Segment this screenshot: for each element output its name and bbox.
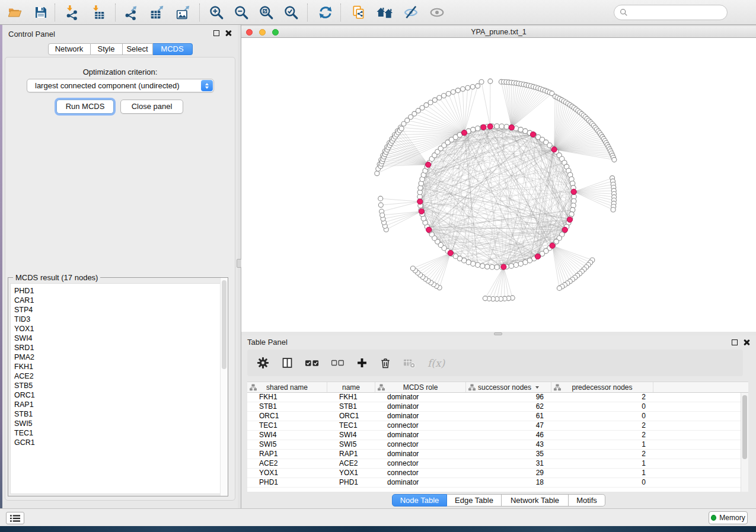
scrollbar-thumb[interactable] (222, 280, 227, 369)
mcds-hub-node[interactable] (571, 189, 576, 194)
float-panel-icon[interactable] (732, 339, 738, 345)
table-cell[interactable]: 35 (466, 450, 551, 459)
network-node[interactable] (380, 213, 385, 217)
table-cell[interactable]: dominator (375, 402, 466, 411)
table-cell[interactable]: 46 (466, 431, 551, 440)
network-node[interactable] (410, 266, 415, 271)
tab-motifs[interactable]: Motifs (569, 494, 605, 507)
table-cell[interactable]: dominator (375, 412, 466, 421)
mcds-result-item[interactable]: STP4 (11, 305, 225, 315)
table-cell[interactable]: 2 (551, 431, 653, 440)
column-header-shared-name[interactable]: shared name (247, 382, 327, 392)
network-node[interactable] (428, 100, 433, 105)
table-cell[interactable]: 2 (551, 450, 653, 459)
zoom-out-button[interactable] (229, 2, 254, 23)
network-node[interactable] (480, 264, 484, 268)
column-header-predecessor-nodes[interactable]: predecessor nodes (551, 382, 653, 392)
search-input[interactable] (631, 7, 727, 18)
network-node[interactable] (485, 264, 490, 269)
table-row[interactable]: YOX1YOX1connector291 (247, 469, 748, 478)
network-node[interactable] (461, 86, 465, 91)
import-network-button[interactable] (59, 2, 84, 23)
table-cell[interactable]: TEC1 (247, 421, 327, 430)
network-node[interactable] (479, 79, 484, 84)
table-cell[interactable]: 43 (466, 440, 551, 449)
float-panel-icon[interactable] (213, 30, 219, 36)
memory-button[interactable]: Memory (709, 511, 748, 524)
close-panel-button[interactable]: Close panel (120, 100, 183, 114)
mcds-hub-node[interactable] (535, 254, 540, 259)
mcds-hub-node[interactable] (567, 217, 572, 222)
table-row[interactable]: ACE2ACE2connector311 (247, 459, 748, 469)
table-cell[interactable]: 0 (551, 402, 653, 411)
network-node[interactable] (523, 259, 528, 264)
network-node[interactable] (471, 127, 476, 132)
tab-style[interactable]: Style (91, 43, 123, 55)
mcds-hub-node[interactable] (426, 227, 432, 232)
run-mcds-button[interactable]: Run MCDS (56, 100, 114, 114)
table-cell[interactable]: ORC1 (247, 412, 327, 421)
zoom-fit-button[interactable] (254, 2, 279, 23)
table-cell[interactable]: TEC1 (327, 421, 375, 430)
mcds-result-item[interactable]: SWI5 (11, 419, 225, 428)
network-node[interactable] (475, 126, 480, 131)
mcds-hub-node[interactable] (551, 147, 557, 152)
table-cell[interactable]: 2 (551, 393, 653, 402)
show-panels-button[interactable] (6, 512, 24, 524)
mcds-hub-node[interactable] (501, 264, 506, 270)
mcds-result-item[interactable]: TID3 (11, 315, 225, 324)
network-window-titlebar[interactable]: YPA_prune.txt_1 (241, 26, 756, 38)
mcds-hub-node[interactable] (487, 124, 493, 129)
show-all-button[interactable] (425, 2, 449, 23)
save-session-button[interactable] (28, 2, 53, 23)
network-node[interactable] (455, 88, 460, 93)
table-row[interactable]: RAP1RAP1dominator352 (247, 450, 748, 459)
deselect-all-button[interactable] (331, 358, 344, 367)
table-cell[interactable]: YOX1 (247, 469, 327, 477)
network-node[interactable] (611, 207, 615, 212)
table-cell[interactable]: dominator (375, 393, 466, 402)
network-node[interactable] (378, 203, 383, 207)
table-cell[interactable]: 1 (551, 469, 653, 477)
table-cell[interactable]: PHD1 (247, 478, 327, 487)
export-table-button[interactable] (145, 2, 170, 23)
mcds-hub-node[interactable] (562, 227, 567, 232)
duplicate-network-button[interactable] (346, 2, 371, 23)
network-node[interactable] (504, 124, 509, 129)
network-node[interactable] (471, 261, 476, 266)
table-cell[interactable]: SWI5 (327, 440, 375, 449)
network-node[interactable] (483, 296, 487, 301)
table-scrollbar[interactable] (741, 393, 748, 492)
mcds-result-item[interactable]: FKH1 (11, 362, 225, 371)
table-cell[interactable]: connector (375, 440, 466, 449)
scrollbar-thumb[interactable] (742, 395, 747, 459)
network-node[interactable] (488, 79, 493, 84)
column-header-name[interactable]: name (327, 382, 375, 392)
table-cell[interactable]: 47 (466, 421, 551, 430)
network-node[interactable] (424, 102, 429, 107)
network-node[interactable] (495, 124, 499, 129)
network-node[interactable] (432, 98, 437, 102)
network-node[interactable] (465, 85, 470, 90)
tab-network-table[interactable]: Network Table (502, 494, 569, 507)
network-node[interactable] (446, 91, 451, 96)
show-columns-button[interactable] (281, 357, 294, 369)
select-all-button[interactable] (305, 358, 320, 368)
table-cell[interactable]: SWI4 (247, 431, 327, 440)
table-cell[interactable]: 0 (551, 478, 653, 487)
table-cell[interactable]: 62 (466, 402, 551, 411)
network-node[interactable] (518, 127, 523, 132)
mcds-result-item[interactable]: PMA2 (11, 352, 225, 362)
table-row[interactable]: SWI5SWI5connector431 (247, 440, 748, 450)
mcds-hub-node[interactable] (417, 199, 423, 204)
table-row[interactable]: ORC1ORC1dominator610 (247, 412, 748, 421)
tab-mcds[interactable]: MCDS (153, 43, 193, 55)
network-node[interactable] (518, 261, 523, 266)
open-session-button[interactable] (2, 2, 27, 23)
tab-node-table[interactable]: Node Table (392, 494, 447, 507)
table-cell[interactable]: dominator (375, 478, 466, 487)
table-cell[interactable]: dominator (375, 431, 466, 440)
network-node[interactable] (437, 95, 442, 100)
mcds-result-item[interactable]: ORC1 (11, 390, 225, 400)
mcds-result-item[interactable]: PHD1 (11, 286, 225, 296)
